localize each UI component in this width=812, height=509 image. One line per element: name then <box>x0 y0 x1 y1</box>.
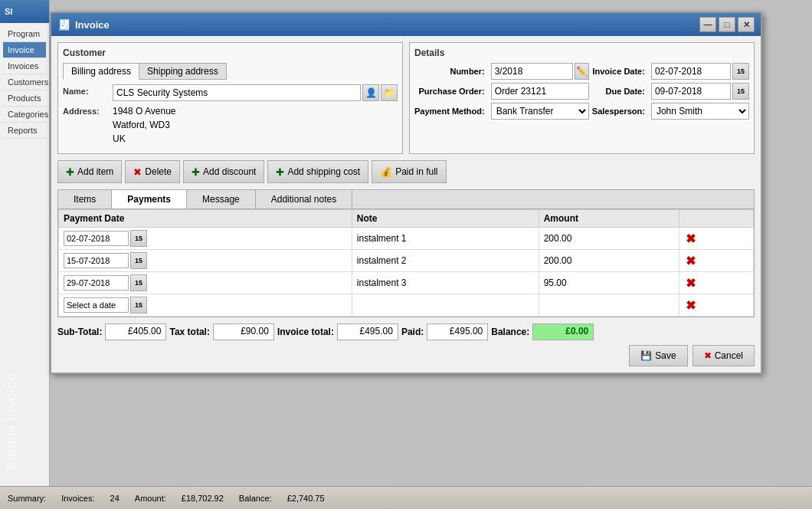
salesperson-select[interactable]: John Smith <box>651 103 749 120</box>
number-input[interactable] <box>491 63 574 80</box>
invoice-total-label: Invoice total: <box>277 327 334 337</box>
sidebar-menu: Program Invoice Invoices Customers Produ… <box>0 23 49 142</box>
top-sections: Customer Billing address Shipping addres… <box>57 42 755 154</box>
payment-date-cell-2: 15 <box>59 250 352 272</box>
payments-panel: Payment Date Note Amount 15 <box>58 209 754 317</box>
address-row: Address: 1948 O Avenue Watford, WD3 UK <box>63 104 398 146</box>
salesperson-label: Salesperson: <box>592 107 648 116</box>
sidebar-item-customers[interactable]: Customers <box>3 74 46 90</box>
delete-row-1-button[interactable]: ✖ <box>684 232 698 245</box>
invoice-date-calendar-icon[interactable]: 15 <box>732 63 749 80</box>
maximize-button[interactable]: □ <box>719 17 735 32</box>
sidebar-item-reports[interactable]: Reports <box>3 123 46 139</box>
sidebar-item-products[interactable]: Products <box>3 90 46 107</box>
summary-label: Summary: <box>8 494 46 503</box>
purchase-order-cell <box>491 83 589 100</box>
close-button[interactable]: ✕ <box>738 17 755 32</box>
payment-date-input-2[interactable] <box>64 253 129 268</box>
due-date-input[interactable] <box>651 83 731 100</box>
address-line3: UK <box>113 132 176 146</box>
cancel-label: Cancel <box>715 350 743 361</box>
details-grid: Number: ✏️ Invoice Date: 15 Purchase Ord… <box>414 63 749 120</box>
delete-cell-4: ✖ <box>679 294 753 317</box>
delete-row-2-button[interactable]: ✖ <box>684 254 698 268</box>
sidebar-item-invoice[interactable]: Invoice <box>3 42 46 58</box>
sub-total-label: Sub-Total: <box>57 327 102 337</box>
add-shipping-label: Add shipping cost <box>287 166 360 177</box>
payment-date-input-1[interactable] <box>64 231 129 246</box>
payments-table: Payment Date Note Amount 15 <box>58 209 754 317</box>
cancel-button[interactable]: ✖ Cancel <box>692 345 755 366</box>
cal-icon-1[interactable]: 15 <box>130 230 147 247</box>
add-discount-button[interactable]: ✚ Add discount <box>183 160 264 183</box>
cal-icon-3[interactable]: 15 <box>130 274 147 291</box>
balance-footer-label: Balance: <box>239 494 272 503</box>
action-bar: 💾 Save ✖ Cancel <box>57 345 755 366</box>
tab-items[interactable]: Items <box>58 190 112 209</box>
content-tab-bar: Items Payments Message Additional notes <box>58 190 754 209</box>
sidebar-item-program[interactable]: Program <box>3 26 46 42</box>
purchase-order-input[interactable] <box>491 83 589 100</box>
paid-label: Paid: <box>401 327 424 337</box>
paid-in-full-button[interactable]: 💰 Paid in full <box>372 160 446 183</box>
delete-button[interactable]: ✖ Delete <box>125 160 180 183</box>
amount-cell-1: 200.00 <box>539 228 679 250</box>
cal-icon-4[interactable]: 15 <box>130 297 147 314</box>
sidebar-item-categories[interactable]: Categories <box>3 107 46 123</box>
salesperson-cell: John Smith <box>651 103 749 120</box>
tab-shipping-address[interactable]: Shipping address <box>139 63 227 80</box>
paid-in-full-label: Paid in full <box>395 166 437 177</box>
name-combo: 👤 📁 <box>113 84 398 101</box>
payment-date-input-3[interactable] <box>64 275 129 291</box>
tab-message[interactable]: Message <box>187 190 256 209</box>
tax-total-label: Tax total: <box>169 327 209 337</box>
save-button[interactable]: 💾 Save <box>629 345 687 366</box>
balance-footer-value: £2,740.75 <box>287 494 325 503</box>
payment-date-cell-4: Select a date 15 <box>59 294 352 317</box>
delete-cell-1: ✖ <box>679 228 753 250</box>
note-cell-1[interactable]: instalment 1 <box>352 228 539 250</box>
delete-row-3-button[interactable]: ✖ <box>684 276 698 290</box>
number-label: Number: <box>414 67 488 76</box>
minimize-button[interactable]: — <box>699 17 716 32</box>
save-icon: 💾 <box>640 350 652 361</box>
sub-total-value: £405.00 <box>105 323 166 340</box>
details-label: Details <box>414 48 749 58</box>
due-date-label: Due Date: <box>592 87 648 96</box>
payment-date-input-4[interactable]: Select a date <box>64 297 129 313</box>
table-row: 15 instalment 2 200.00 ✖ <box>59 250 754 272</box>
invoice-date-cell: 15 <box>651 63 749 80</box>
delete-cell-2: ✖ <box>679 250 753 272</box>
add-shipping-button[interactable]: ✚ Add shipping cost <box>267 160 368 183</box>
customer-search-icon[interactable]: 👤 <box>362 84 379 101</box>
amount-cell-2: 200.00 <box>539 250 679 272</box>
delete-label: Delete <box>145 166 172 177</box>
add-item-button[interactable]: ✚ Add item <box>57 160 122 183</box>
customer-name-input[interactable] <box>113 84 361 101</box>
add-discount-icon: ✚ <box>192 166 200 178</box>
payment-method-select[interactable]: Bank Transfer Cash Credit Card <box>491 103 589 120</box>
tab-payments[interactable]: Payments <box>112 190 187 209</box>
name-label: Name: <box>63 84 113 96</box>
bottom-bar: Summary: Invoices: 24 Amount: £18,702.92… <box>0 486 812 509</box>
add-shipping-icon: ✚ <box>276 166 284 178</box>
cal-icon-2[interactable]: 15 <box>130 252 147 269</box>
add-item-label: Add item <box>77 166 113 177</box>
save-label: Save <box>655 350 676 361</box>
due-date-calendar-icon[interactable]: 15 <box>732 83 749 100</box>
delete-cell-3: ✖ <box>679 272 753 294</box>
col-amount: Amount <box>539 210 679 228</box>
address-block: 1948 O Avenue Watford, WD3 UK <box>113 104 176 146</box>
delete-row-4-button[interactable]: ✖ <box>684 298 698 312</box>
amount-cell-3: 95.00 <box>539 272 679 294</box>
invoice-date-input[interactable] <box>651 63 731 80</box>
customer-folder-icon[interactable]: 📁 <box>381 84 398 101</box>
sidebar-item-invoices[interactable]: Invoices <box>3 58 46 74</box>
tab-billing-address[interactable]: Billing address <box>63 63 139 80</box>
amount-label: Amount: <box>135 494 166 503</box>
delete-icon: ✖ <box>133 166 142 178</box>
col-delete <box>679 210 753 228</box>
tab-additional-notes[interactable]: Additional notes <box>256 190 352 209</box>
edit-number-icon[interactable]: ✏️ <box>575 63 589 80</box>
dialog-body: Customer Billing address Shipping addres… <box>51 36 761 373</box>
